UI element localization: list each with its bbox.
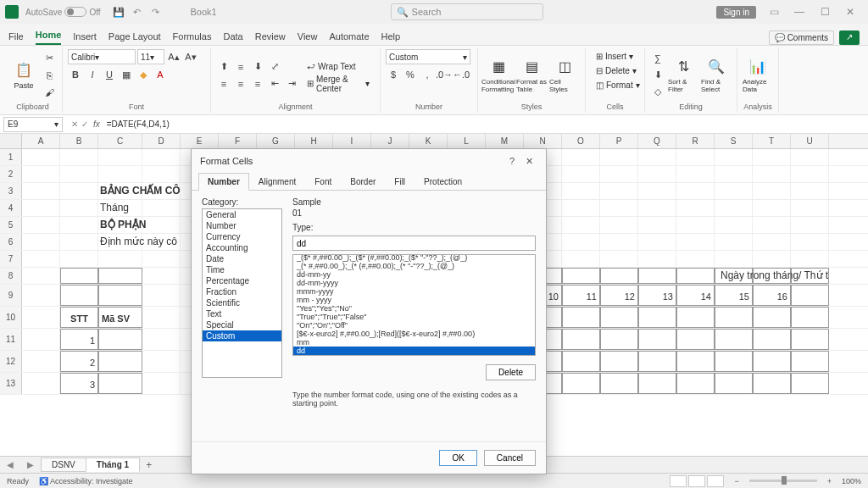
align-middle-icon[interactable]: ≡ — [233, 59, 248, 75]
cell-Q6[interactable] — [638, 234, 676, 250]
col-O[interactable]: O — [562, 134, 600, 148]
orientation-icon[interactable]: ⤢ — [267, 59, 282, 75]
zoom-slider[interactable] — [749, 480, 817, 482]
cell-C13[interactable] — [98, 373, 142, 394]
cell-R3[interactable] — [676, 183, 715, 199]
cell-P7[interactable] — [600, 251, 638, 267]
minimize-icon[interactable]: — — [787, 6, 812, 18]
cell-B3[interactable] — [60, 183, 98, 199]
cell-T5[interactable] — [753, 217, 791, 233]
cell-B12[interactable]: 2 — [60, 351, 98, 372]
cell-T3[interactable] — [753, 183, 791, 199]
category-item[interactable]: Custom — [203, 330, 281, 341]
cell-P4[interactable] — [600, 200, 638, 216]
currency-icon[interactable]: $ — [386, 67, 401, 82]
cell-T6[interactable] — [753, 234, 791, 250]
cell-P6[interactable] — [600, 234, 638, 250]
cell-B6[interactable] — [60, 234, 98, 250]
decrease-decimal-icon[interactable]: ←.0 — [453, 67, 469, 82]
copy-icon[interactable]: ⎘ — [42, 68, 57, 83]
paste-button[interactable]: 📋 Paste — [8, 61, 39, 90]
underline-button[interactable]: U — [102, 67, 117, 82]
cell-P11[interactable] — [600, 329, 638, 350]
cell-B4[interactable] — [60, 200, 98, 216]
category-item[interactable]: Special — [203, 319, 281, 330]
col-D[interactable]: D — [142, 134, 181, 148]
type-item[interactable]: mmm-yyyy — [293, 287, 535, 296]
cell-O6[interactable] — [562, 234, 600, 250]
formula-input[interactable]: =DATE(F4,D4,1) — [103, 119, 868, 129]
dlg-tab-fill[interactable]: Fill — [385, 173, 415, 190]
sheet-nav-next-icon[interactable]: ▶ — [20, 460, 41, 469]
cell-B5[interactable] — [60, 217, 98, 233]
cell-S5[interactable] — [715, 217, 753, 233]
cell-A8[interactable] — [22, 268, 60, 284]
cell-D7[interactable] — [142, 251, 181, 267]
type-item[interactable]: "True";"True";"False" — [293, 313, 535, 321]
tab-file[interactable]: File — [8, 28, 24, 45]
page-break-view-icon[interactable] — [707, 475, 724, 487]
tab-review[interactable]: Review — [255, 28, 286, 45]
cell-R12[interactable] — [676, 351, 715, 372]
cell-Q5[interactable] — [638, 217, 676, 233]
cell-Q13[interactable] — [638, 373, 676, 394]
add-sheet-icon[interactable]: + — [139, 459, 159, 471]
cell-A11[interactable] — [22, 329, 60, 350]
cell-D10[interactable] — [142, 307, 181, 328]
format-painter-icon[interactable]: 🖌 — [42, 85, 57, 100]
wrap-text-button[interactable]: ⮐ Wrap Text — [302, 59, 375, 75]
cell-S7[interactable] — [715, 251, 753, 267]
dlg-tab-protection[interactable]: Protection — [415, 173, 471, 190]
dlg-tab-font[interactable]: Font — [305, 173, 341, 190]
cell-A9[interactable] — [22, 285, 60, 306]
percent-icon[interactable]: % — [403, 67, 418, 82]
cell-D3[interactable] — [142, 183, 181, 199]
increase-decimal-icon[interactable]: .0→ — [437, 67, 452, 82]
enter-formula-icon[interactable]: ✓ — [81, 119, 88, 129]
share-button[interactable]: ↗ — [839, 30, 860, 45]
dlg-tab-alignment[interactable]: Alignment — [249, 173, 305, 190]
row-header-6[interactable]: 6 — [0, 234, 22, 250]
cell-B10[interactable]: STT — [60, 307, 98, 328]
fx-icon[interactable]: fx — [93, 119, 100, 129]
cell-B8[interactable] — [60, 268, 98, 284]
category-item[interactable]: Time — [203, 264, 281, 275]
col-N[interactable]: N — [524, 134, 562, 148]
delete-button[interactable]: ⊟ Delete ▾ — [591, 64, 642, 77]
col-A[interactable]: A — [22, 134, 60, 148]
cell-T11[interactable] — [753, 329, 791, 350]
cell-P5[interactable] — [600, 217, 638, 233]
cell-P9[interactable]: 12 — [600, 285, 638, 306]
cell-R11[interactable] — [676, 329, 715, 350]
zoom-out-icon[interactable]: − — [734, 477, 738, 485]
col-B[interactable]: B — [60, 134, 98, 148]
category-item[interactable]: Text — [203, 308, 281, 319]
italic-button[interactable]: I — [85, 67, 100, 82]
analyze-data-button[interactable]: 📊Analyze Data — [743, 58, 773, 93]
cell-U7[interactable] — [791, 251, 829, 267]
border-icon[interactable]: ▦ — [119, 67, 134, 82]
cell-A7[interactable] — [22, 251, 60, 267]
cell-D11[interactable] — [142, 329, 181, 350]
col-Q[interactable]: Q — [638, 134, 676, 148]
cell-S2[interactable] — [715, 166, 753, 182]
cell-styles-button[interactable]: ◫Cell Styles — [549, 58, 580, 93]
cell-P10[interactable] — [600, 307, 638, 328]
cell-D13[interactable] — [142, 373, 181, 394]
sheet-tab-dsnv[interactable]: DSNV — [41, 458, 86, 472]
sheet-nav-prev-icon[interactable]: ◀ — [0, 460, 20, 469]
row-header-12[interactable]: 12 — [0, 351, 22, 372]
row-header-9[interactable]: 9 — [0, 285, 22, 306]
ribbon-options-icon[interactable]: ▭ — [761, 6, 787, 18]
cell-P3[interactable] — [600, 183, 638, 199]
bold-button[interactable]: B — [68, 67, 83, 82]
cell-U5[interactable] — [791, 217, 829, 233]
redo-icon[interactable]: ↷ — [148, 4, 164, 19]
col-S[interactable]: S — [715, 134, 753, 148]
dialog-titlebar[interactable]: Format Cells ? ✕ — [192, 149, 546, 173]
increase-font-icon[interactable]: A▴ — [166, 49, 181, 64]
cell-D1[interactable] — [142, 149, 181, 165]
cell-Q7[interactable] — [638, 251, 676, 267]
cell-S10[interactable] — [715, 307, 753, 328]
cell-T7[interactable] — [753, 251, 791, 267]
